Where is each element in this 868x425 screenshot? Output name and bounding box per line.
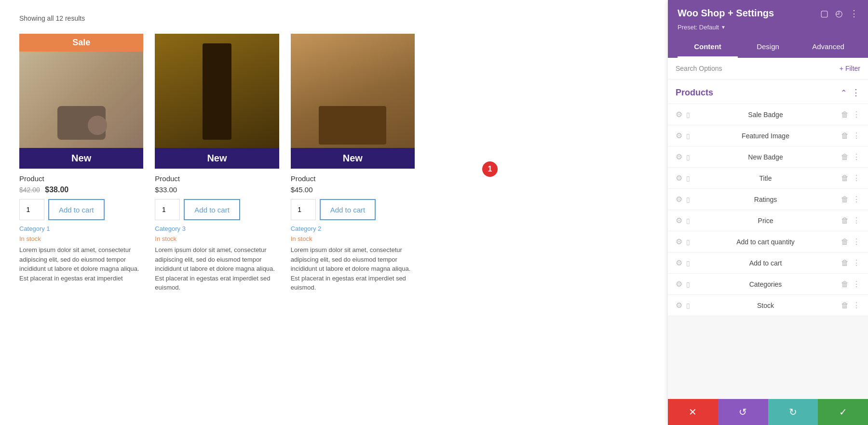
panel-list-item-sale-badge: ⚙ ▯ Sale Badge 🗑 ⋮	[668, 104, 868, 125]
qty-input-2[interactable]	[155, 199, 180, 220]
more-icon-new-badge[interactable]: ⋮	[853, 152, 860, 161]
delete-icon-categories[interactable]: 🗑	[841, 280, 849, 289]
category-link-2[interactable]: Category 3	[155, 225, 279, 232]
category-link-1[interactable]: Category 1	[19, 225, 143, 232]
description-3: Lorem ipsum dolor sit amet, consectetur …	[291, 245, 415, 292]
price-old-1: $42.00	[19, 186, 40, 194]
copy-icon-sale-badge[interactable]: ▯	[686, 111, 690, 119]
more-icon-price[interactable]: ⋮	[853, 216, 860, 225]
gear-icon-ratings[interactable]: ⚙	[676, 195, 682, 204]
layout-icon[interactable]: ◴	[835, 8, 843, 19]
more-icon-featured-image[interactable]: ⋮	[853, 131, 860, 140]
copy-icon-title[interactable]: ▯	[686, 174, 690, 182]
copy-icon-featured-image[interactable]: ▯	[686, 132, 690, 140]
add-to-cart-btn-3[interactable]: Add to cart	[320, 199, 376, 220]
tab-design[interactable]: Design	[738, 37, 798, 58]
products-section-title: Products	[676, 88, 713, 98]
delete-icon-stock[interactable]: 🗑	[841, 301, 849, 310]
product-image-3: New	[291, 34, 415, 169]
panel-list-item-price: ⚙ ▯ Price 🗑 ⋮	[668, 210, 868, 231]
product-name-2: Product	[155, 174, 279, 183]
more-icon-sale-badge[interactable]: ⋮	[853, 110, 860, 119]
product-price-1: $42.00 $38.00	[19, 186, 143, 194]
delete-icon-new-badge[interactable]: 🗑	[841, 153, 849, 161]
main-content: Showing all 12 results Sale New Product …	[0, 0, 668, 425]
panel-list-item-ratings: ⚙ ▯ Ratings 🗑 ⋮	[668, 189, 868, 210]
copy-icon-ratings[interactable]: ▯	[686, 196, 690, 203]
delete-icon-add-to-cart-qty[interactable]: 🗑	[841, 238, 849, 246]
copy-icon-categories[interactable]: ▯	[686, 280, 690, 288]
delete-icon-title[interactable]: 🗑	[841, 174, 849, 183]
more-icon-add-to-cart-qty[interactable]: ⋮	[853, 237, 860, 246]
panel-list-item-featured-image: ⚙ ▯ Featured Image 🗑 ⋮	[668, 125, 868, 146]
item-label-title: Title	[694, 174, 837, 182]
in-stock-3: In stock	[291, 235, 415, 242]
preset-label: Preset: Default	[678, 24, 719, 31]
qty-input-3[interactable]	[291, 199, 316, 220]
toolbar-undo-button[interactable]: ↺	[718, 399, 768, 425]
filter-button[interactable]: + Filter	[840, 65, 860, 72]
preset-row: Preset: Default ▼	[678, 24, 858, 31]
gear-icon-add-to-cart-qty[interactable]: ⚙	[676, 237, 682, 246]
qty-input-1[interactable]	[19, 199, 44, 220]
undo-icon: ↺	[739, 406, 747, 418]
gear-icon-title[interactable]: ⚙	[676, 173, 682, 183]
panel-body: Search Options + Filter Products ⌃ ⋮ ⚙ ▯…	[668, 58, 868, 399]
gear-icon-new-badge[interactable]: ⚙	[676, 152, 682, 161]
delete-icon-sale-badge[interactable]: 🗑	[841, 110, 849, 119]
product-info-1: Product $42.00 $38.00 Add to cart Catego…	[19, 169, 143, 289]
gear-icon-sale-badge[interactable]: ⚙	[676, 110, 682, 119]
delete-icon-add-to-cart[interactable]: 🗑	[841, 259, 849, 267]
screenshot-icon[interactable]: ▢	[820, 8, 828, 19]
tab-advanced[interactable]: Advanced	[798, 37, 858, 58]
add-to-cart-row-3: Add to cart	[291, 199, 415, 220]
copy-icon-add-to-cart-qty[interactable]: ▯	[686, 238, 690, 246]
product-name-3: Product	[291, 174, 415, 183]
gear-icon-price[interactable]: ⚙	[676, 216, 682, 225]
more-icon-title[interactable]: ⋮	[853, 173, 860, 183]
new-badge-3: New	[291, 148, 415, 169]
gear-icon-add-to-cart[interactable]: ⚙	[676, 258, 682, 267]
item-label-categories: Categories	[694, 280, 837, 288]
close-icon: ✕	[689, 406, 697, 418]
price-single-3: $45.00	[291, 186, 313, 194]
item-label-ratings: Ratings	[694, 196, 837, 203]
toolbar-save-button[interactable]: ✓	[818, 399, 868, 425]
gear-icon-stock[interactable]: ⚙	[676, 301, 682, 310]
delete-icon-featured-image[interactable]: 🗑	[841, 132, 849, 140]
toolbar-redo-button[interactable]: ↻	[768, 399, 818, 425]
more-icon-add-to-cart[interactable]: ⋮	[853, 258, 860, 267]
category-link-3[interactable]: Category 2	[291, 225, 415, 232]
copy-icon-new-badge[interactable]: ▯	[686, 153, 690, 161]
add-to-cart-btn-2[interactable]: Add to cart	[184, 199, 240, 220]
delete-icon-ratings[interactable]: 🗑	[841, 195, 849, 204]
add-to-cart-btn-1[interactable]: Add to cart	[48, 199, 105, 220]
tab-content[interactable]: Content	[678, 37, 738, 58]
section-more-icon[interactable]: ⋮	[852, 87, 860, 98]
more-icon-categories[interactable]: ⋮	[853, 279, 860, 289]
item-label-featured-image: Featured Image	[694, 132, 837, 140]
redo-icon: ↻	[789, 406, 797, 418]
toolbar-close-button[interactable]: ✕	[668, 399, 718, 425]
more-icon-ratings[interactable]: ⋮	[853, 195, 860, 204]
gear-icon-featured-image[interactable]: ⚙	[676, 131, 682, 140]
delete-icon-price[interactable]: 🗑	[841, 216, 849, 225]
add-to-cart-row-2: Add to cart	[155, 199, 279, 220]
copy-icon-stock[interactable]: ▯	[686, 302, 690, 309]
item-label-stock: Stock	[694, 302, 837, 309]
panel-tabs: Content Design Advanced	[678, 37, 858, 58]
copy-icon-price[interactable]: ▯	[686, 217, 690, 225]
more-icon-stock[interactable]: ⋮	[853, 301, 860, 310]
in-stock-1: In stock	[19, 235, 143, 242]
sale-badge: Sale	[19, 34, 143, 52]
product-price-2: $33.00	[155, 186, 279, 194]
search-filter-row: Search Options + Filter	[668, 58, 868, 80]
gear-icon-categories[interactable]: ⚙	[676, 279, 682, 289]
panel-title: Woo Shop + Settings	[678, 8, 774, 19]
product-price-3: $45.00	[291, 186, 415, 194]
copy-icon-add-to-cart[interactable]: ▯	[686, 259, 690, 267]
more-options-icon[interactable]: ⋮	[850, 8, 858, 19]
panel-items-list: ⚙ ▯ Sale Badge 🗑 ⋮ ⚙ ▯ Featured Image 🗑 …	[668, 104, 868, 316]
chevron-up-icon[interactable]: ⌃	[841, 88, 847, 97]
preset-arrow-icon[interactable]: ▼	[721, 25, 726, 30]
